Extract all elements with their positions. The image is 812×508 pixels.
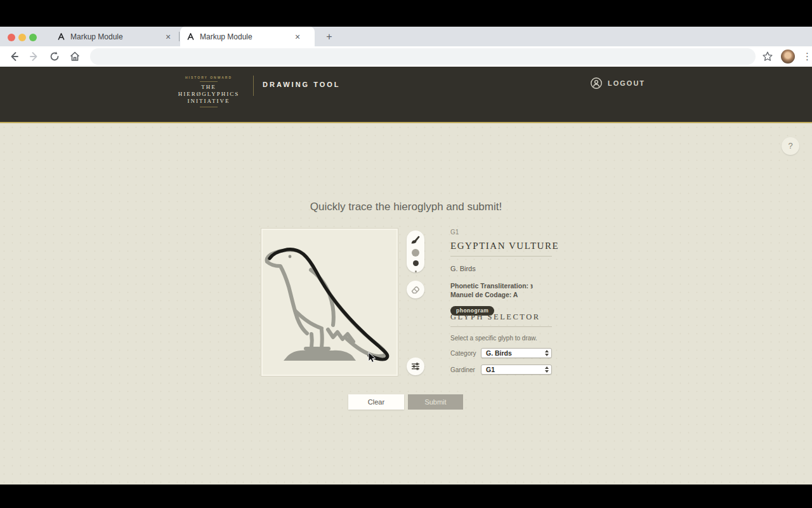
divider: [450, 256, 552, 257]
glyph-info-panel: G1 EGYPTIAN VULTURE G. Birds Phonetic Tr…: [450, 229, 552, 316]
window-zoom-button[interactable]: [29, 34, 37, 41]
category-row: Category G. Birds: [450, 348, 552, 358]
gardiner-label: Gardiner: [450, 366, 481, 373]
gardiner-select-value: G1: [486, 366, 545, 373]
select-stepper-icon: [545, 366, 549, 373]
tab-title: Markup Module: [200, 32, 289, 41]
tab-markup-module-active[interactable]: Markup Module ×: [180, 27, 315, 46]
tab-close-icon[interactable]: ×: [295, 32, 300, 42]
sliders-icon: [411, 362, 420, 371]
codage-value: A: [513, 291, 518, 298]
home-icon[interactable]: [69, 50, 81, 63]
window-minimize-button[interactable]: [18, 34, 26, 41]
gardiner-select[interactable]: G1: [481, 364, 552, 375]
tab-strip: Markup Module × Markup Module × +: [0, 27, 812, 46]
submit-button[interactable]: Submit: [408, 394, 463, 410]
divider: [450, 326, 552, 327]
tab-close-icon[interactable]: ×: [166, 32, 171, 42]
back-icon[interactable]: [8, 50, 20, 63]
codage-line: Manuel de Codage: A: [450, 290, 552, 299]
phonetic-line: Phonetic Transliteration: ꜣ: [450, 281, 552, 290]
tab-markup-module-inactive[interactable]: Markup Module ×: [51, 27, 180, 46]
brush-size-medium[interactable]: [413, 260, 419, 266]
reload-icon[interactable]: [48, 50, 61, 63]
brush-icon[interactable]: [410, 234, 421, 244]
tab-title: Markup Module: [70, 32, 159, 41]
brush-size-large[interactable]: [412, 249, 419, 257]
browser-menu-icon[interactable]: ⋮: [802, 51, 812, 62]
logo-rule: [200, 107, 218, 107]
select-stepper-icon: [545, 350, 549, 356]
logo-tagline: HISTORY ONWARD: [170, 76, 247, 79]
codage-label: Manuel de Codage:: [450, 291, 511, 298]
phonetic-label: Phonetic Transliteration:: [450, 282, 528, 290]
forward-icon[interactable]: [28, 50, 41, 63]
glyph-selector-panel: GLYPH SELECTOR Select a specific glyph t…: [450, 312, 552, 375]
site-header: HISTORY ONWARD THE HIERØGLYPHICS INITIAT…: [0, 67, 812, 123]
gardiner-code: G1: [450, 229, 552, 236]
gardiner-row: Gardiner G1: [450, 364, 552, 375]
canvas-settings-button[interactable]: [407, 358, 424, 375]
brush-size-small[interactable]: [415, 271, 417, 272]
hieroglyphics-initiative-logo[interactable]: HISTORY ONWARD THE HIERØGLYPHICS INITIAT…: [170, 76, 247, 109]
glyph-selector-subtitle: Select a specific glyph to draw.: [450, 335, 552, 342]
glyph-name: EGYPTIAN VULTURE: [450, 241, 552, 251]
letterbox-bezel: [0, 485, 812, 508]
category-select[interactable]: G. Birds: [481, 348, 552, 358]
logo-brand-line2: INITIATIVE: [170, 98, 247, 105]
logout-button[interactable]: LOGOUT: [590, 77, 645, 90]
logo-brand-line1: THE HIERØGLYPHICS: [170, 84, 247, 98]
page-title: DRAWING TOOL: [263, 81, 341, 88]
glyph-selector-title: GLYPH SELECTOR: [450, 312, 552, 322]
brush-tool-palette: [407, 231, 424, 272]
instruction-heading: Quickly trace the hieroglyph and submit!: [0, 201, 812, 213]
window-close-button[interactable]: [8, 34, 15, 41]
eraser-icon: [410, 284, 421, 295]
mouse-cursor: [368, 352, 377, 363]
new-tab-button[interactable]: +: [322, 30, 336, 44]
bookmark-star-icon[interactable]: [762, 51, 773, 62]
phonetic-value: ꜣ: [530, 282, 533, 290]
clear-button[interactable]: Clear: [348, 394, 404, 410]
category-select-value: G. Birds: [486, 349, 545, 357]
main-content: ? Quickly trace the hieroglyph and submi…: [0, 123, 812, 508]
header-divider: [253, 76, 254, 96]
eraser-button[interactable]: [407, 281, 424, 298]
logout-label: LOGOUT: [608, 79, 645, 87]
category-label: Category: [450, 350, 481, 357]
site-favicon: [187, 32, 195, 41]
user-icon: [590, 77, 603, 90]
help-button[interactable]: ?: [782, 137, 799, 155]
profile-avatar[interactable]: [781, 50, 795, 64]
glyph-category: G. Birds: [450, 265, 552, 272]
drawing-canvas[interactable]: [261, 229, 398, 376]
browser-toolbar: ⋮: [0, 46, 812, 67]
screen: Markup Module × Markup Module × +: [0, 0, 812, 508]
browser-window: Markup Module × Markup Module × +: [0, 27, 812, 485]
logo-rule: [200, 81, 218, 82]
address-bar[interactable]: [90, 48, 756, 65]
site-favicon: [57, 32, 65, 41]
